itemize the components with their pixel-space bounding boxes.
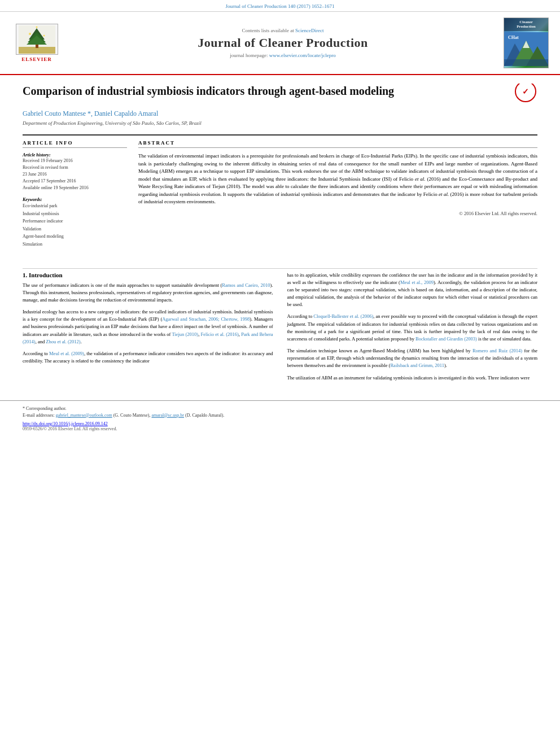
svg-point-8 <box>36 26 37 28</box>
ref-bockstaller: Bockstaller and Girardin (2003) <box>415 336 477 342</box>
journal-header: ELSEVIER Contents lists available at Sci… <box>0 12 560 75</box>
keyword-1: Eco-industrial park <box>23 202 127 210</box>
elsevier-logo-area: ELSEVIER <box>11 24 62 62</box>
svg-rect-14 <box>504 59 549 66</box>
affiliation-line: Department of Production Engineering, Un… <box>23 120 537 126</box>
crossmark-icon: ✓ <box>515 84 536 102</box>
banner-text: Journal of Cleaner Production 140 (2017)… <box>226 3 335 9</box>
keyword-4: Validation <box>23 225 127 233</box>
ref-felicio: Felicio et al. (2016) <box>201 331 239 337</box>
doi-line: http://dx.doi.org/10.1016/j.jclepro.2016… <box>23 421 537 426</box>
cleaner-production-label: CleanerProduction <box>504 18 548 31</box>
ref-ramos: Ramos and Caeiro, 2010 <box>222 282 270 288</box>
copyright-notice: © 2016 Elsevier Ltd. All rights reserved… <box>138 211 537 216</box>
abstract-text: The validation of environmental impact i… <box>138 152 537 206</box>
ref-romero: Romero and Ruiz (2014) <box>473 348 522 353</box>
journal-homepage-line: journal homepage: www.elsevier.com/locat… <box>62 53 504 58</box>
article-history-block: Article history: Received 19 February 20… <box>23 152 127 191</box>
svg-point-7 <box>43 34 45 36</box>
ref-tiejun: Tiejun (2010) <box>172 331 198 337</box>
revised-date: Received in revised form23 June 2016 <box>23 164 127 178</box>
keyword-2: Industrial symbiosis <box>23 210 127 218</box>
svg-point-6 <box>29 33 31 35</box>
crossmark-badge: ✓ <box>515 84 537 103</box>
intro-para-5: According to Cloquell-Ballester et al. (… <box>287 313 538 343</box>
email2-link[interactable]: amaral@sc.usp.br <box>151 413 184 418</box>
article-history-label: Article history: <box>23 152 127 158</box>
keywords-label: Keywords: <box>23 197 127 202</box>
issn-line: 0959-6526/© 2016 Elsevier Ltd. All right… <box>23 426 537 431</box>
intro-para-2: Industrial ecology has access to a new c… <box>23 308 273 346</box>
journal-header-center: Contents lists available at ScienceDirec… <box>62 28 504 58</box>
ref-agarwal: Agarwal and Strachan, 2006; Chertow, 199… <box>162 316 250 322</box>
intro-para-3: According to Meul et al. (2009), the val… <box>23 350 273 365</box>
corresponding-author-note: * Corresponding author. <box>23 405 537 412</box>
authors-line: Gabriel Couto Mantese *, Daniel Capaldo … <box>23 110 537 118</box>
ref-cloquell: Cloquell-Ballester et al. (2006) <box>313 313 373 319</box>
keyword-3: Performance indicator <box>23 217 127 225</box>
elsevier-label: ELSEVIER <box>21 56 52 62</box>
email-line: E-mail addresses: gabriel_mantese@outloo… <box>23 412 537 419</box>
keywords-block: Keywords: Eco-industrial park Industrial… <box>23 197 127 248</box>
article-footer: * Corresponding author. E-mail addresses… <box>0 400 560 436</box>
body-left-column: 1. Introduction The use of performance i… <box>23 272 273 386</box>
abstract-column: Abstract The validation of environmental… <box>138 140 537 254</box>
header-divider <box>23 134 537 136</box>
article-info-column: Article Info Article history: Received 1… <box>23 140 127 254</box>
keyword-6: Simulation <box>23 241 127 248</box>
doi-link[interactable]: http://dx.doi.org/10.1016/j.jclepro.2016… <box>23 421 108 426</box>
ref-zhou: Zhou et al. (2012) <box>46 339 80 344</box>
received-date: Received 19 February 2016 <box>23 158 127 164</box>
intro-para-6: The simulation technique known as Agent-… <box>287 347 538 370</box>
elsevier-logo-image <box>16 24 58 55</box>
keywords-list: Eco-industrial park Industrial symbiosis… <box>23 202 127 248</box>
svg-text:CHat: CHat <box>508 35 519 40</box>
abstract-heading: Abstract <box>138 140 537 148</box>
section-1-title: 1. Introduction <box>23 272 273 278</box>
journal-homepage-link[interactable]: www.elsevier.com/locate/jclepro <box>269 53 336 58</box>
article-section: ✓ Comparison of industrial symbiosis ind… <box>0 75 560 268</box>
article-title: Comparison of industrial symbiosis indic… <box>23 84 418 98</box>
intro-para-1: The use of performance indicators is one… <box>23 282 273 304</box>
body-section: 1. Introduction The use of performance i… <box>0 269 560 392</box>
journal-banner: Journal of Cleaner Production 140 (2017)… <box>0 0 560 12</box>
ref-meul2: Meul et al., 2009 <box>400 279 434 285</box>
cleaner-production-cover: CleanerProduction CHat <box>504 18 549 68</box>
body-columns: 1. Introduction The use of performance i… <box>23 272 537 386</box>
article-info-abstract-section: Article Info Article history: Received 1… <box>23 140 537 254</box>
email1-link[interactable]: gabriel_mantese@outlook.com <box>56 413 112 418</box>
accepted-date: Accepted 17 September 2016 <box>23 178 127 185</box>
keyword-5: Agent-based modeling <box>23 233 127 241</box>
journal-title: Journal of Cleaner Production <box>62 36 504 50</box>
science-direct-line: Contents lists available at ScienceDirec… <box>62 28 504 33</box>
ref-meul: Meul et al. (2009) <box>49 351 84 356</box>
body-right-column: has to its application, while credibilit… <box>287 272 538 386</box>
article-info-heading: Article Info <box>23 140 127 148</box>
intro-para-4: has to its application, while credibilit… <box>287 272 538 309</box>
ref-railsback: Railsback and Grimm, 2011 <box>390 362 444 368</box>
intro-para-7: The utilization of ABM as an instrument … <box>287 374 538 382</box>
available-date: Available online 19 September 2016 <box>23 185 127 191</box>
science-direct-link[interactable]: ScienceDirect <box>295 28 323 33</box>
